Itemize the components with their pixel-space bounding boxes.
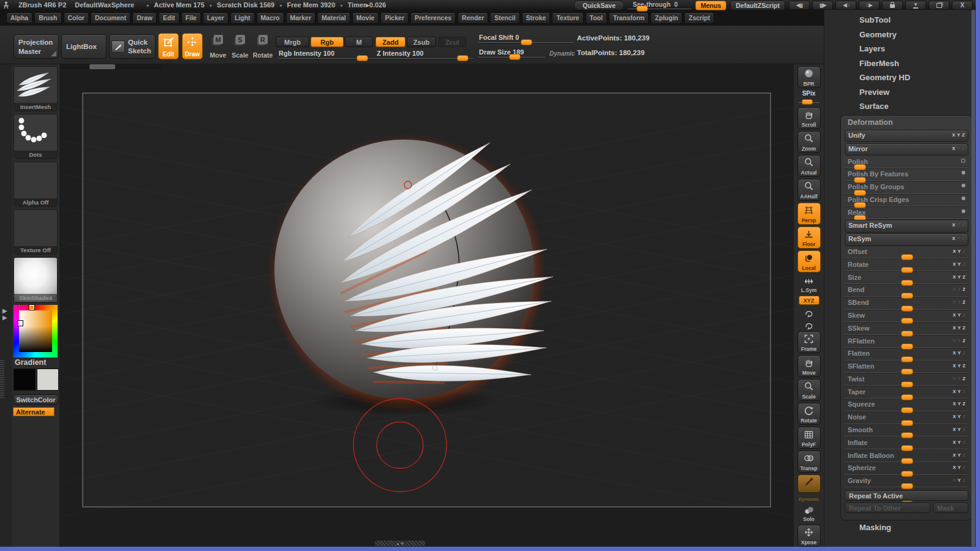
palette-header-surface[interactable]: Surface: [859, 99, 910, 114]
tray-grip-handle[interactable]: [0, 360, 4, 398]
draw-size-handle[interactable]: [509, 54, 521, 60]
axis-y-toggle[interactable]: Y: [957, 338, 960, 343]
lightbox-button[interactable]: LightBox: [61, 34, 107, 59]
menu-stroke[interactable]: Stroke: [522, 12, 551, 24]
axis-x-toggle[interactable]: X: [952, 389, 956, 394]
viewport-canvas[interactable]: ▲▼: [59, 64, 794, 547]
axis-y-toggle[interactable]: Y: [957, 222, 960, 228]
axis-x-toggle[interactable]: X: [952, 363, 956, 369]
palette-header-geometry[interactable]: Geometry: [859, 28, 910, 42]
focal-shift-slider[interactable]: Focal Shift 0: [478, 34, 573, 43]
axis-y-toggle[interactable]: Y: [957, 401, 960, 407]
xyz-button[interactable]: XYZ: [799, 296, 820, 305]
quick-sketch-button[interactable]: Quick Sketch: [109, 34, 156, 59]
menu-light[interactable]: Light: [230, 12, 255, 24]
xpose-button[interactable]: Xpose: [797, 525, 821, 547]
axis-z-toggle[interactable]: Z: [962, 274, 965, 280]
scroll-button[interactable]: Scroll: [797, 107, 821, 129]
panel-scrollbar[interactable]: [971, 10, 975, 547]
palette-header-layers[interactable]: Layers: [859, 42, 910, 56]
axis-x-toggle[interactable]: X: [952, 478, 956, 483]
draw-button[interactable]: Draw: [182, 33, 203, 59]
spix-handle[interactable]: [802, 99, 813, 105]
hue-selector[interactable]: [29, 305, 34, 310]
deform-row-polish[interactable]: Polish: [845, 157, 968, 168]
axis-y-toggle[interactable]: Y: [957, 389, 960, 394]
thumb-skinshade4[interactable]: SkinShade4: [13, 257, 58, 302]
axis-x-toggle[interactable]: X: [952, 465, 956, 470]
persp-button[interactable]: Persp: [797, 203, 821, 225]
menu-color[interactable]: Color: [64, 12, 89, 24]
menu-draw[interactable]: Draw: [132, 12, 157, 24]
menu-render[interactable]: Render: [458, 12, 488, 24]
menu-stencil[interactable]: Stencil: [490, 12, 519, 24]
bpr-button[interactable]: BPR: [797, 66, 821, 88]
deform-row-polish-by-groups[interactable]: Polish By Groups: [845, 182, 968, 193]
axis-z-toggle[interactable]: Z: [962, 338, 965, 343]
thumb-insertmesh[interactable]: InsertMesh: [13, 66, 58, 111]
toggle-zadd[interactable]: Zadd: [375, 37, 405, 47]
toggle-zsub[interactable]: Zsub: [407, 37, 436, 47]
axis-y-toggle[interactable]: Y: [957, 465, 960, 470]
solo-button[interactable]: Solo: [797, 503, 821, 523]
axis-y-toggle[interactable]: Y: [957, 478, 960, 483]
frame-button[interactable]: Frame: [797, 331, 821, 353]
axis-y-toggle[interactable]: Y: [957, 132, 960, 138]
axis-y-toggle[interactable]: Y: [957, 440, 960, 445]
axis-y-toggle[interactable]: Y: [957, 236, 960, 241]
axis-z-toggle[interactable]: Z: [962, 350, 965, 356]
axis-z-toggle[interactable]: Z: [962, 236, 965, 241]
dynamic-button[interactable]: Dynamic: [797, 495, 821, 501]
palette-header-geometry-hd[interactable]: Geometry HD: [859, 70, 910, 85]
axis-x-toggle[interactable]: X: [952, 236, 955, 241]
menu-movie[interactable]: Movie: [352, 12, 379, 24]
transp-button[interactable]: Transp: [797, 451, 821, 473]
axis-y-toggle[interactable]: Y: [957, 312, 960, 318]
repeat-to-active-button[interactable]: Repeat To Active: [845, 490, 968, 501]
mode-dot-icon[interactable]: [962, 197, 965, 200]
menu-macro[interactable]: Macro: [257, 12, 284, 24]
menu-marker[interactable]: Marker: [286, 12, 315, 24]
menu-transform[interactable]: Transform: [609, 12, 649, 24]
mode-dot-icon[interactable]: [962, 209, 965, 213]
axis-z-toggle[interactable]: Z: [962, 401, 965, 407]
axis-y-toggle[interactable]: Y: [957, 363, 960, 369]
secondary-color-swatch[interactable]: [37, 369, 59, 391]
axis-x-toggle[interactable]: X: [952, 338, 956, 343]
menu-brush[interactable]: Brush: [34, 12, 61, 24]
deform-row-size[interactable]: SizeXYZ: [845, 272, 968, 284]
axis-x-toggle[interactable]: X: [952, 376, 956, 381]
deform-row-squeeze[interactable]: SqueezeXYZ: [845, 399, 968, 411]
deform-row-bend[interactable]: BendXYZ: [845, 285, 968, 296]
masking-header[interactable]: Masking: [859, 523, 891, 532]
spix-slider[interactable]: SPix: [797, 90, 821, 106]
axis-z-toggle[interactable]: Z: [962, 465, 965, 470]
toggle-m[interactable]: M: [345, 37, 373, 47]
axis-z-toggle[interactable]: Z: [962, 452, 965, 458]
axis-z-toggle[interactable]: Z: [962, 249, 965, 254]
switch-color-button[interactable]: SwitchColor: [13, 394, 59, 405]
menu-material[interactable]: Material: [317, 12, 350, 24]
aahalf-button[interactable]: AAHalf: [797, 179, 821, 201]
axis-y-toggle[interactable]: Y: [957, 274, 960, 280]
deform-row-skew[interactable]: SkewXYZ: [845, 310, 968, 322]
menu-tool[interactable]: Tool: [586, 12, 607, 24]
axis-z-toggle[interactable]: Z: [962, 287, 965, 292]
deform-row-smart-resym[interactable]: Smart ReSymXYZ: [845, 220, 968, 232]
see-through-handle[interactable]: [636, 6, 648, 12]
axis-y-toggle[interactable]: Y: [957, 299, 960, 305]
axis-y-toggle[interactable]: Y: [957, 325, 960, 331]
menu-picker[interactable]: Picker: [380, 12, 409, 24]
lock-button[interactable]: [882, 1, 903, 10]
color-picker-field[interactable]: [19, 310, 52, 352]
deform-row-gravity[interactable]: GravityXYZ: [845, 476, 968, 487]
focal-shift-handle[interactable]: [521, 39, 532, 45]
polyf-button[interactable]: PolyF: [797, 427, 821, 449]
gradient-label[interactable]: Gradient: [15, 358, 46, 367]
deform-row-polish-by-features[interactable]: Polish By Features: [845, 169, 968, 181]
axis-z-toggle[interactable]: Z: [962, 222, 965, 228]
see-through-slider[interactable]: See-through 0: [628, 1, 692, 10]
palette-header-fibermesh[interactable]: FiberMesh: [859, 56, 910, 71]
menu-zplugin[interactable]: Zplugin: [650, 12, 682, 24]
axis-y-toggle[interactable]: Y: [957, 414, 960, 419]
